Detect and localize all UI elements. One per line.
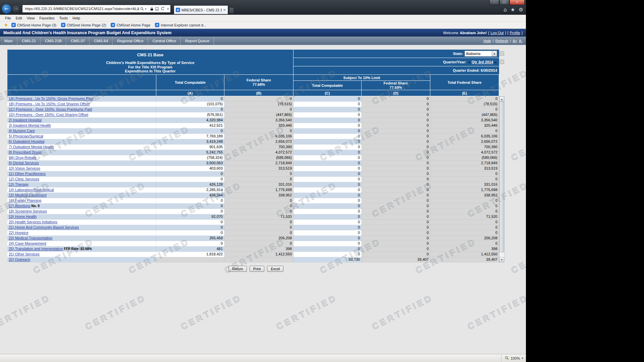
tools-gear-icon[interactable]: ⚙ bbox=[519, 7, 523, 13]
quarter-prev-icon[interactable]: ◄ bbox=[468, 60, 470, 64]
row-label-link[interactable]: 17) Abortions bbox=[9, 204, 31, 208]
row-label-link[interactable]: 14) Laboratory/Radiological bbox=[9, 188, 54, 192]
nav-item-cms-37[interactable]: CMS-37 bbox=[66, 37, 90, 45]
scroll-up-icon[interactable]: ▲ bbox=[499, 97, 504, 102]
maximize-button[interactable]: □ bbox=[499, 0, 509, 5]
close-button[interactable]: × bbox=[509, 0, 525, 5]
menu-item-file[interactable]: File bbox=[3, 16, 13, 20]
row-label-link[interactable]: 32) Outreach bbox=[9, 257, 30, 261]
row-label-link[interactable]: 13) Therapy bbox=[9, 182, 29, 186]
favorites-bar-item[interactable]: eInternet Explorer cannot d... bbox=[155, 23, 206, 27]
row-label-link[interactable]: 12) Clinic Services bbox=[9, 177, 39, 181]
address-bar[interactable]: https://65.220.21.9/MBESCBES/CMS21/CMS21… bbox=[22, 5, 171, 13]
cell-b: 320,446 bbox=[224, 123, 293, 128]
row-label-link[interactable]: 4) Nursing Care bbox=[9, 129, 35, 133]
font-increase-link[interactable]: A+ bbox=[513, 39, 517, 43]
new-tab-button[interactable] bbox=[229, 7, 234, 13]
row-label-link[interactable]: 24) Case Management bbox=[9, 241, 46, 245]
cell-e: 331,016 bbox=[430, 182, 499, 187]
row-label-link[interactable]: 25) Translation and Interpretation bbox=[9, 247, 63, 251]
home-icon[interactable]: ⌂ bbox=[504, 7, 507, 13]
row-label-link[interactable]: 1D) Premiums - Over 150%: Cost Sharing O… bbox=[9, 113, 88, 117]
nav-item-cms-21[interactable]: CMS-21 bbox=[17, 37, 41, 45]
nav-item-central-office[interactable]: Central Office bbox=[148, 37, 181, 45]
row-label-link[interactable]: 20) Health Services Initiatives bbox=[9, 220, 57, 224]
browser-tab[interactable]: e MBES/CBES - CMS 21 Base × bbox=[174, 5, 228, 14]
logout-link[interactable]: Log Out bbox=[490, 31, 503, 35]
cell-c: 0 bbox=[293, 118, 362, 123]
row-label-link[interactable]: 1A) Premiums - Up To 150%: Gross Premium… bbox=[9, 97, 93, 101]
print-button[interactable]: Print bbox=[250, 266, 265, 272]
font-decrease-link[interactable]: A- bbox=[519, 39, 523, 43]
state-select[interactable]: Alabama ▼ bbox=[465, 51, 497, 57]
row-label-link[interactable]: 18) Screening Services bbox=[9, 209, 47, 213]
menu-item-favorites[interactable]: Favorites bbox=[37, 16, 57, 20]
compatibility-icon[interactable] bbox=[154, 7, 160, 11]
nav-item-main[interactable]: Main bbox=[0, 37, 17, 45]
action-buttons: Return Print Excel bbox=[7, 266, 504, 272]
refresh-icon[interactable] bbox=[160, 7, 166, 11]
row-label-link[interactable]: 15) Medical Equipment bbox=[9, 193, 47, 197]
row-label-link[interactable]: 11) Other Practitioners bbox=[9, 172, 46, 176]
cell-e: 39,407 bbox=[430, 257, 499, 262]
favorites-bar-item[interactable]: eCMSnet Home Page (3) bbox=[11, 23, 56, 27]
row-label-link[interactable]: 1C) Premiums - Over 150%: Gross Premiums… bbox=[9, 107, 92, 111]
row-label-link[interactable]: 19) Home Health bbox=[9, 215, 37, 219]
search-icon[interactable] bbox=[139, 7, 145, 11]
refresh-link[interactable]: Refresh bbox=[495, 39, 508, 43]
row-label-link[interactable]: 6) Outpatient Hospital bbox=[9, 139, 44, 143]
cell-e: 4,072,572 bbox=[430, 150, 499, 155]
search-dropdown-caret-icon[interactable]: ▼ bbox=[145, 8, 148, 10]
nav-item-report-queue[interactable]: Report Queue bbox=[181, 37, 214, 45]
menu-item-tools[interactable]: Tools bbox=[57, 16, 70, 20]
forward-button[interactable]: → bbox=[12, 5, 20, 13]
row-label-link[interactable]: 2) Inpatient Hospital bbox=[9, 118, 42, 122]
cell-c: 0 bbox=[293, 203, 362, 209]
add-favorite-star-icon[interactable]: ★ bbox=[3, 22, 9, 27]
row-label-link[interactable]: 5) Physician/Surgical bbox=[9, 134, 43, 138]
row-label-link[interactable]: 23) Medical Transportation bbox=[9, 236, 52, 240]
back-button[interactable]: ← bbox=[2, 4, 11, 14]
minimize-button[interactable]: – bbox=[489, 0, 499, 5]
tab-title: MBES/CBES - CMS 21 Base bbox=[181, 8, 222, 12]
cell-c: 0 bbox=[293, 155, 362, 161]
menu-item-edit[interactable]: Edit bbox=[13, 16, 24, 20]
return-button[interactable]: Return bbox=[228, 266, 247, 272]
quarter-link[interactable]: Qtr 3rd 2014 bbox=[472, 60, 493, 64]
quarter-next-icon[interactable]: ► bbox=[494, 60, 497, 64]
row-label-link[interactable]: 16) Family Planning bbox=[9, 198, 41, 202]
menu-item-view[interactable]: View bbox=[24, 16, 37, 20]
favorites-bar-item[interactable]: eCMSnet Home Page (2) bbox=[61, 23, 106, 27]
url-text[interactable]: https://65.220.21.9/MBESCBES/CMS21/CMS21… bbox=[22, 7, 139, 11]
excel-button[interactable]: Excel bbox=[267, 266, 283, 272]
row-label-link[interactable]: 7) Outpatient Mental Health bbox=[9, 145, 54, 149]
scrollbar-thumb[interactable] bbox=[499, 102, 504, 252]
scroll-down-icon[interactable]: ▼ bbox=[499, 257, 504, 262]
tab-close-icon[interactable]: × bbox=[223, 8, 226, 12]
favorites-star-icon[interactable]: ★ bbox=[511, 7, 515, 13]
row-label-link[interactable]: 22) Hospice bbox=[9, 231, 29, 235]
row-label-link[interactable]: 31) Other Services bbox=[9, 252, 40, 256]
stop-icon[interactable]: × bbox=[166, 7, 170, 11]
nav-item-cms-21b[interactable]: CMS-21B bbox=[41, 37, 66, 45]
row-label-link[interactable]: 9) Dental Services bbox=[9, 161, 39, 165]
row-label-link[interactable]: 1B) Premiums - Up To 150%: Cost Sharing … bbox=[9, 102, 90, 106]
cell-a: 92,070 bbox=[156, 214, 224, 220]
user-name: Abraham John! bbox=[460, 31, 487, 35]
row-label-link[interactable]: 8) Prescribed Drugs bbox=[9, 150, 42, 154]
favorites-bar-item[interactable]: eCMSnet Home Page bbox=[111, 23, 150, 27]
cell-c: 0 bbox=[293, 123, 362, 128]
table-row: 18) Screening Services00000 bbox=[7, 209, 499, 214]
help-link[interactable]: Help bbox=[483, 39, 491, 43]
row-label-link[interactable]: 21) Home And Community-Based Services bbox=[9, 225, 79, 229]
nav-item-regional-office[interactable]: Regional Office bbox=[113, 37, 148, 45]
row-label-link[interactable]: 8A) Drug Rebate bbox=[9, 156, 37, 160]
nav-item-cms-64[interactable]: CMS-64 bbox=[90, 37, 113, 45]
row-label-link[interactable]: 10) Vision Services bbox=[9, 166, 40, 170]
row-label-link[interactable]: 3) Inpatient Mental Health bbox=[9, 123, 51, 127]
cell-e: 0 bbox=[430, 203, 499, 209]
menu-item-help[interactable]: Help bbox=[70, 16, 83, 20]
profile-link[interactable]: Profile bbox=[510, 31, 520, 35]
cell-b: 4,072,572 bbox=[224, 150, 293, 155]
zoom-control[interactable]: 100% ▼ bbox=[501, 354, 523, 362]
